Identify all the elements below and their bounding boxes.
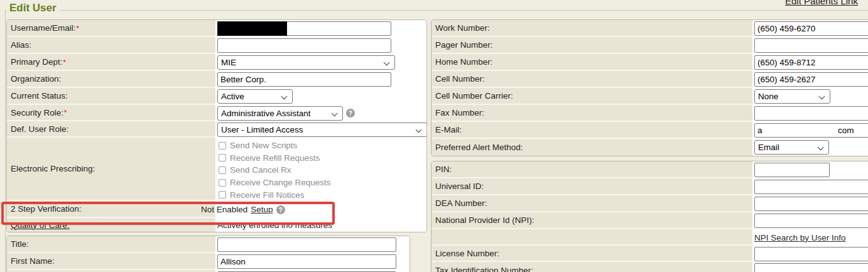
universal-id-input[interactable] bbox=[754, 180, 868, 194]
row-first-name: First Name: bbox=[7, 253, 410, 270]
row-work-number: Work Number: bbox=[431, 20, 868, 37]
cell-number-carrier-label: Cell Number Carrier: bbox=[435, 91, 513, 101]
email-label: E-Mail: bbox=[435, 125, 462, 134]
security-role-value: Administrative Assistant bbox=[221, 109, 311, 118]
row-npi-search: NPI Search by User Info bbox=[431, 229, 868, 246]
required-asterisk: * bbox=[64, 109, 67, 116]
current-status-value: Active bbox=[221, 92, 244, 101]
license-number-label: License Number: bbox=[435, 249, 499, 258]
row-electronic-prescribing: Electronic Prescribing: Send New Scripts… bbox=[7, 138, 426, 201]
row-organization: Organization: bbox=[7, 71, 426, 88]
cell-number-label: Cell Number: bbox=[435, 74, 485, 84]
npi-search-link[interactable]: NPI Search by User Info bbox=[754, 233, 846, 242]
primary-dept-label: Primary Dept: bbox=[11, 57, 63, 67]
required-asterisk: * bbox=[63, 58, 66, 66]
checkbox-unchecked[interactable] bbox=[219, 166, 226, 174]
page-title: Edit User bbox=[6, 2, 60, 14]
help-icon[interactable]: ? bbox=[346, 109, 355, 117]
username-label: Username/Email: bbox=[11, 23, 76, 33]
dea-number-input[interactable] bbox=[754, 197, 868, 211]
chevron-down-icon bbox=[818, 144, 824, 151]
npi-input[interactable] bbox=[754, 214, 868, 228]
help-icon[interactable]: ? bbox=[276, 205, 285, 214]
row-primary-dept: Primary Dept:* MIE bbox=[7, 54, 426, 71]
contact-info-table: Work Number: Pager Number: Home Number: … bbox=[431, 19, 868, 156]
cell-carrier-select[interactable]: None bbox=[754, 89, 830, 104]
fax-number-input[interactable] bbox=[754, 106, 868, 121]
quality-of-care-link[interactable]: Quality of Care: bbox=[11, 220, 70, 230]
dea-number-label: DEA Number: bbox=[435, 199, 487, 208]
required-asterisk: * bbox=[77, 24, 79, 32]
row-npi: National Provider Id (NPI): bbox=[431, 212, 868, 229]
def-user-role-value: User - Limited Access bbox=[221, 125, 303, 134]
tax-id-input[interactable] bbox=[754, 263, 868, 272]
primary-dept-select[interactable]: MIE bbox=[217, 55, 395, 70]
work-number-input[interactable] bbox=[754, 21, 868, 36]
cell-carrier-value: None bbox=[758, 92, 778, 101]
row-email: E-Mail: a com bbox=[431, 122, 868, 139]
row-cell-number-carrier: Cell Number Carrier: None bbox=[431, 88, 868, 105]
alias-input[interactable] bbox=[217, 38, 391, 53]
row-pager-number: Pager Number: bbox=[431, 37, 868, 54]
eprescribe-option: Send Cancel Rx bbox=[217, 164, 291, 177]
row-preferred-alert-method: Preferred Alert Method: Email bbox=[431, 139, 868, 156]
current-status-label: Current Status: bbox=[11, 91, 68, 101]
edit-patients-link[interactable]: Edit Patients Link bbox=[785, 0, 858, 6]
alias-label: Alias: bbox=[11, 40, 31, 50]
chevron-down-icon bbox=[384, 60, 390, 66]
pin-label: PIN: bbox=[435, 165, 452, 174]
eprescribe-option: Receive Refill Requests bbox=[217, 152, 320, 165]
eprescribe-option-label: Send Cancel Rx bbox=[230, 165, 291, 175]
organization-input[interactable] bbox=[217, 72, 391, 87]
two-step-setup-link[interactable]: Setup bbox=[251, 205, 273, 214]
edit-user-page: Edit User Edit Patients Link Username/Em… bbox=[0, 0, 868, 272]
eprescribe-option-label: Receive Fill Notices bbox=[230, 190, 305, 200]
row-current-status: Current Status: Active bbox=[7, 88, 426, 105]
chevron-down-icon bbox=[416, 126, 422, 133]
eprescribe-option: Receive Change Requests bbox=[217, 177, 331, 189]
npi-label: National Provider Id (NPI): bbox=[435, 215, 534, 225]
pager-number-label: Pager Number: bbox=[435, 40, 493, 50]
identifiers-table: PIN: Universal ID: DEA Number: National … bbox=[431, 161, 868, 272]
fieldset-top-border bbox=[5, 10, 868, 11]
electronic-prescribing-label: Electronic Prescribing: bbox=[11, 164, 95, 173]
row-alias: Alias: bbox=[7, 37, 426, 54]
pin-input[interactable] bbox=[754, 163, 830, 177]
organization-label: Organization: bbox=[11, 74, 61, 84]
checkbox-unchecked[interactable] bbox=[219, 142, 226, 150]
license-number-input[interactable] bbox=[754, 247, 868, 261]
preferred-alert-select[interactable]: Email bbox=[754, 140, 829, 155]
eprescribe-option-label: Receive Change Requests bbox=[230, 178, 331, 187]
home-number-input[interactable] bbox=[754, 55, 868, 70]
current-status-select[interactable]: Active bbox=[217, 89, 293, 104]
checkbox-unchecked[interactable] bbox=[219, 154, 226, 161]
row-def-user-role: Def. User Role: User - Limited Access bbox=[7, 121, 426, 138]
def-user-role-label: Def. User Role: bbox=[11, 124, 68, 134]
title-input[interactable] bbox=[217, 237, 396, 252]
two-step-label: 2 Step Verification: bbox=[11, 204, 82, 214]
row-title: Title: bbox=[7, 236, 410, 253]
pager-number-input[interactable] bbox=[754, 38, 868, 53]
email-input[interactable] bbox=[754, 123, 868, 138]
preferred-alert-value: Email bbox=[758, 143, 779, 152]
row-license-number: License Number: bbox=[431, 246, 868, 262]
tax-id-label: Tax Identification Number: bbox=[435, 266, 533, 272]
user-name-table: Title: First Name: bbox=[6, 236, 410, 272]
row-cell-number: Cell Number: bbox=[431, 71, 868, 88]
home-number-label: Home Number: bbox=[435, 57, 493, 67]
row-tax-id: Tax Identification Number: bbox=[431, 262, 868, 272]
def-user-role-select[interactable]: User - Limited Access bbox=[217, 122, 427, 137]
eprescribe-option: Send New Scripts bbox=[217, 139, 297, 152]
eprescribe-option-label: Receive Refill Requests bbox=[230, 153, 320, 163]
cell-number-input[interactable] bbox=[754, 72, 868, 87]
first-name-input[interactable] bbox=[217, 254, 396, 269]
security-role-select[interactable]: Administrative Assistant bbox=[217, 106, 343, 121]
checkbox-unchecked[interactable] bbox=[219, 191, 226, 199]
chevron-down-icon bbox=[281, 94, 288, 100]
row-fax-number: Fax Number: bbox=[431, 105, 868, 122]
fieldset-left-border bbox=[5, 10, 6, 272]
chevron-down-icon bbox=[332, 110, 338, 116]
two-step-status: Not Enabled bbox=[201, 205, 247, 214]
user-identity-table: Username/Email:* Alias: Primary Dept:* M… bbox=[6, 19, 427, 232]
checkbox-unchecked[interactable] bbox=[219, 179, 226, 187]
